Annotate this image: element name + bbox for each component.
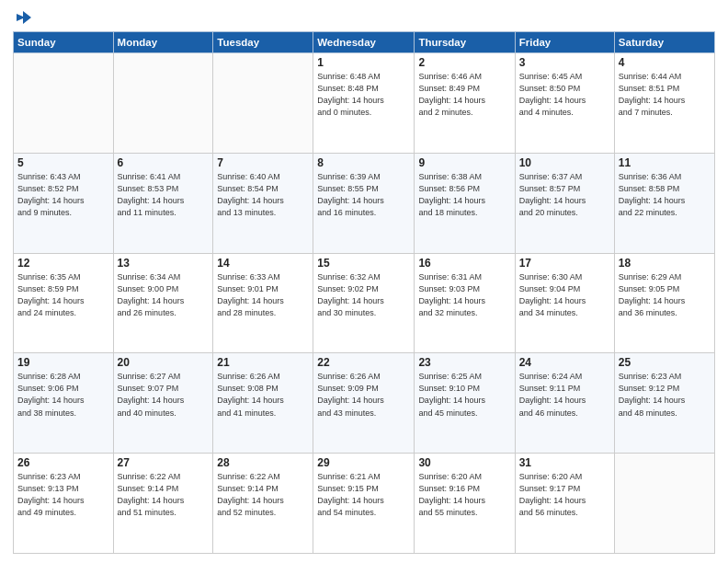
day-cell: 5Sunrise: 6:43 AMSunset: 8:52 PMDaylight… (14, 153, 114, 253)
day-info: Sunrise: 6:28 AMSunset: 9:06 PMDaylight:… (17, 371, 109, 419)
day-number: 28 (217, 456, 309, 469)
day-number: 21 (217, 356, 309, 369)
day-info: Sunrise: 6:24 AMSunset: 9:11 PMDaylight:… (519, 371, 610, 419)
day-info: Sunrise: 6:26 AMSunset: 9:09 PMDaylight:… (317, 371, 410, 419)
day-number: 29 (317, 456, 410, 469)
day-info: Sunrise: 6:31 AMSunset: 9:03 PMDaylight:… (418, 271, 510, 319)
day-cell: 3Sunrise: 6:45 AMSunset: 8:50 PMDaylight… (515, 53, 614, 154)
day-cell: 9Sunrise: 6:38 AMSunset: 8:56 PMDaylight… (415, 153, 515, 253)
day-info: Sunrise: 6:23 AMSunset: 9:12 PMDaylight:… (619, 371, 711, 419)
day-cell: 24Sunrise: 6:24 AMSunset: 9:11 PMDayligh… (515, 353, 614, 454)
logo (13, 9, 31, 26)
day-number: 12 (17, 257, 109, 270)
day-number: 8 (317, 156, 410, 169)
header-monday: Monday (113, 32, 213, 53)
day-number: 1 (317, 56, 410, 69)
day-cell: 15Sunrise: 6:32 AMSunset: 9:02 PMDayligh… (313, 253, 415, 353)
weekday-header-row: Sunday Monday Tuesday Wednesday Thursday… (14, 32, 715, 53)
day-cell: 10Sunrise: 6:37 AMSunset: 8:57 PMDayligh… (515, 153, 614, 253)
day-number: 15 (317, 257, 410, 270)
day-cell: 23Sunrise: 6:25 AMSunset: 9:10 PMDayligh… (415, 353, 515, 454)
header-wednesday: Wednesday (313, 32, 415, 53)
day-cell: 7Sunrise: 6:40 AMSunset: 8:54 PMDaylight… (213, 153, 313, 253)
week-row-2: 5Sunrise: 6:43 AMSunset: 8:52 PMDaylight… (14, 153, 715, 253)
day-number: 9 (418, 156, 510, 169)
day-cell: 17Sunrise: 6:30 AMSunset: 9:04 PMDayligh… (515, 253, 614, 353)
day-cell: 18Sunrise: 6:29 AMSunset: 9:05 PMDayligh… (614, 253, 714, 353)
day-info: Sunrise: 6:36 AMSunset: 8:58 PMDaylight:… (619, 171, 711, 219)
day-cell: 1Sunrise: 6:48 AMSunset: 8:48 PMDaylight… (313, 53, 415, 154)
day-info: Sunrise: 6:35 AMSunset: 8:59 PMDaylight:… (17, 271, 109, 319)
day-cell: 19Sunrise: 6:28 AMSunset: 9:06 PMDayligh… (14, 353, 114, 454)
day-cell: 14Sunrise: 6:33 AMSunset: 9:01 PMDayligh… (213, 253, 313, 353)
day-number: 24 (519, 356, 610, 369)
day-number: 16 (418, 257, 510, 270)
day-cell (14, 53, 114, 154)
day-info: Sunrise: 6:44 AMSunset: 8:51 PMDaylight:… (619, 71, 711, 119)
day-number: 19 (17, 356, 109, 369)
header-thursday: Thursday (415, 32, 515, 53)
day-cell: 26Sunrise: 6:23 AMSunset: 9:13 PMDayligh… (14, 454, 114, 554)
calendar-table: Sunday Monday Tuesday Wednesday Thursday… (13, 31, 715, 554)
day-info: Sunrise: 6:30 AMSunset: 9:04 PMDaylight:… (519, 271, 610, 319)
day-cell: 13Sunrise: 6:34 AMSunset: 9:00 PMDayligh… (113, 253, 213, 353)
day-info: Sunrise: 6:32 AMSunset: 9:02 PMDaylight:… (317, 271, 410, 319)
day-cell (113, 53, 213, 154)
day-info: Sunrise: 6:34 AMSunset: 9:00 PMDaylight:… (118, 271, 210, 319)
day-number: 5 (17, 156, 109, 169)
day-info: Sunrise: 6:20 AMSunset: 9:16 PMDaylight:… (418, 471, 510, 519)
day-number: 3 (519, 56, 610, 69)
day-number: 26 (17, 456, 109, 469)
day-cell (213, 53, 313, 154)
day-info: Sunrise: 6:40 AMSunset: 8:54 PMDaylight:… (217, 171, 309, 219)
day-cell: 4Sunrise: 6:44 AMSunset: 8:51 PMDaylight… (614, 53, 714, 154)
day-cell: 8Sunrise: 6:39 AMSunset: 8:55 PMDaylight… (313, 153, 415, 253)
day-cell: 30Sunrise: 6:20 AMSunset: 9:16 PMDayligh… (415, 454, 515, 554)
header-tuesday: Tuesday (213, 32, 313, 53)
day-info: Sunrise: 6:41 AMSunset: 8:53 PMDaylight:… (118, 171, 210, 219)
week-row-3: 12Sunrise: 6:35 AMSunset: 8:59 PMDayligh… (14, 253, 715, 353)
day-number: 6 (118, 156, 210, 169)
day-info: Sunrise: 6:21 AMSunset: 9:15 PMDaylight:… (317, 471, 410, 519)
day-number: 22 (317, 356, 410, 369)
day-number: 18 (619, 257, 711, 270)
day-number: 13 (118, 257, 210, 270)
day-cell: 31Sunrise: 6:20 AMSunset: 9:17 PMDayligh… (515, 454, 614, 554)
week-row-5: 26Sunrise: 6:23 AMSunset: 9:13 PMDayligh… (14, 454, 715, 554)
day-info: Sunrise: 6:22 AMSunset: 9:14 PMDaylight:… (118, 471, 210, 519)
day-info: Sunrise: 6:33 AMSunset: 9:01 PMDaylight:… (217, 271, 309, 319)
day-number: 25 (619, 356, 711, 369)
day-number: 17 (519, 257, 610, 270)
day-number: 20 (118, 356, 210, 369)
day-info: Sunrise: 6:43 AMSunset: 8:52 PMDaylight:… (17, 171, 109, 219)
day-info: Sunrise: 6:38 AMSunset: 8:56 PMDaylight:… (418, 171, 510, 219)
day-number: 14 (217, 257, 309, 270)
day-number: 4 (619, 56, 711, 69)
day-cell: 20Sunrise: 6:27 AMSunset: 9:07 PMDayligh… (113, 353, 213, 454)
day-info: Sunrise: 6:46 AMSunset: 8:49 PMDaylight:… (418, 71, 510, 119)
day-cell: 21Sunrise: 6:26 AMSunset: 9:08 PMDayligh… (213, 353, 313, 454)
logo-flag-icon (15, 9, 31, 26)
day-info: Sunrise: 6:20 AMSunset: 9:17 PMDaylight:… (519, 471, 610, 519)
day-cell: 16Sunrise: 6:31 AMSunset: 9:03 PMDayligh… (415, 253, 515, 353)
day-cell: 12Sunrise: 6:35 AMSunset: 8:59 PMDayligh… (14, 253, 114, 353)
header-friday: Friday (515, 32, 614, 53)
day-info: Sunrise: 6:37 AMSunset: 8:57 PMDaylight:… (519, 171, 610, 219)
day-cell: 25Sunrise: 6:23 AMSunset: 9:12 PMDayligh… (614, 353, 714, 454)
day-number: 30 (418, 456, 510, 469)
day-info: Sunrise: 6:29 AMSunset: 9:05 PMDaylight:… (619, 271, 711, 319)
day-info: Sunrise: 6:22 AMSunset: 9:14 PMDaylight:… (217, 471, 309, 519)
day-info: Sunrise: 6:39 AMSunset: 8:55 PMDaylight:… (317, 171, 410, 219)
day-cell: 27Sunrise: 6:22 AMSunset: 9:14 PMDayligh… (113, 454, 213, 554)
day-cell (614, 454, 714, 554)
day-info: Sunrise: 6:25 AMSunset: 9:10 PMDaylight:… (418, 371, 510, 419)
day-info: Sunrise: 6:27 AMSunset: 9:07 PMDaylight:… (118, 371, 210, 419)
svg-marker-0 (17, 11, 31, 24)
day-cell: 11Sunrise: 6:36 AMSunset: 8:58 PMDayligh… (614, 153, 714, 253)
day-cell: 29Sunrise: 6:21 AMSunset: 9:15 PMDayligh… (313, 454, 415, 554)
header (13, 9, 715, 26)
header-saturday: Saturday (614, 32, 714, 53)
day-info: Sunrise: 6:26 AMSunset: 9:08 PMDaylight:… (217, 371, 309, 419)
day-number: 31 (519, 456, 610, 469)
day-info: Sunrise: 6:45 AMSunset: 8:50 PMDaylight:… (519, 71, 610, 119)
